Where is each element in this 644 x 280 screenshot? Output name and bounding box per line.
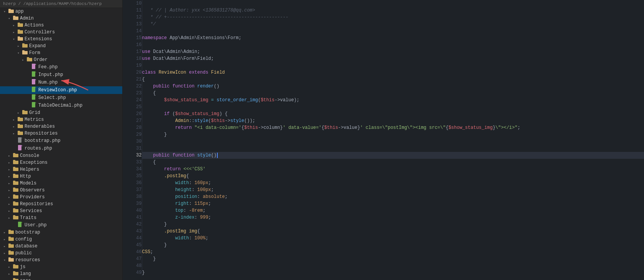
tree-item-label: lang <box>20 271 122 277</box>
code-line-16: 16 <box>123 41 644 48</box>
sidebar-item-input[interactable]: Input.php <box>0 71 122 79</box>
tree-arrow: ▸ <box>6 195 12 199</box>
sidebar-item-extensions[interactable]: ▾Extensions <box>0 36 122 43</box>
sidebar-item-bootstrap_php[interactable]: bootstrap.php <box>0 137 122 145</box>
sidebar-item-grid[interactable]: ▸Grid <box>0 109 122 116</box>
line-number: 14 <box>123 28 142 35</box>
sidebar-item-controllers[interactable]: ▸Controllers <box>0 29 122 36</box>
sidebar-item-fee[interactable]: Fee.php <box>0 63 122 71</box>
tree-item-icon <box>12 166 19 173</box>
sidebar-item-observers[interactable]: ▸Observers <box>0 187 122 194</box>
breadcrumb: hzerp / /Applications/MAMP/htdocs/hzerp <box>0 0 122 8</box>
svg-marker-27 <box>35 102 36 103</box>
sidebar-item-repositories2[interactable]: ▸Repositories <box>0 201 122 208</box>
line-content: * // +----------------------------------… <box>142 14 644 21</box>
sidebar-item-public[interactable]: ▸public <box>0 250 122 257</box>
sidebar-item-http[interactable]: ▸Http <box>0 173 122 180</box>
tree-item-icon <box>31 87 38 94</box>
sidebar-item-lang[interactable]: ▸lang <box>0 270 122 277</box>
sidebar-item-traits[interactable]: ▸Traits <box>0 214 122 221</box>
sidebar-item-form[interactable]: ▾Form <box>0 49 122 56</box>
sidebar-item-models[interactable]: ▸Models <box>0 180 122 187</box>
sidebar-item-metrics[interactable]: ▸Metrics <box>0 116 122 123</box>
svg-rect-50 <box>13 188 18 192</box>
code-line-18: 18use Dcat\Admin\Form\Field; <box>123 55 644 62</box>
svg-rect-47 <box>13 174 15 175</box>
tree-item-icon <box>12 194 19 200</box>
line-number: 19 <box>123 62 142 69</box>
sidebar-item-routes_php[interactable]: routes.php <box>0 145 122 152</box>
sidebar-item-console[interactable]: ▸Console <box>0 152 122 159</box>
code-line-29: 29 } <box>123 131 644 138</box>
sidebar-item-app[interactable]: ▾app <box>0 8 122 15</box>
line-number: 34 <box>123 166 142 173</box>
tree-item-label: Exceptions <box>20 160 122 165</box>
sidebar-item-helpers[interactable]: ▸Helpers <box>0 166 122 173</box>
sidebar-item-database[interactable]: ▸database <box>0 243 122 250</box>
line-number: 41 <box>123 214 142 221</box>
svg-rect-59 <box>13 215 15 216</box>
code-line-34: 34 return <<<'CSS' <box>123 166 644 173</box>
sidebar-item-resources[interactable]: ▾resources <box>0 257 122 264</box>
sidebar-item-reviewicon[interactable]: ReviewIcon.php <box>0 86 122 94</box>
file-tree[interactable]: hzerp / /Applications/MAMP/htdocs/hzerp … <box>0 0 123 280</box>
svg-rect-70 <box>8 258 14 262</box>
sidebar-item-tabledecimal[interactable]: TableDecimal.php <box>0 102 122 109</box>
svg-rect-69 <box>8 250 11 252</box>
line-number: 36 <box>123 180 142 186</box>
svg-marker-61 <box>21 222 23 223</box>
line-content <box>142 62 644 69</box>
sidebar-item-providers[interactable]: ▸Providers <box>0 194 122 201</box>
svg-rect-24 <box>32 94 35 100</box>
sidebar-item-user_php[interactable]: User.php <box>0 221 122 229</box>
tree-item-label: Controllers <box>25 30 122 35</box>
tree-item-label: Extensions <box>25 36 122 42</box>
svg-rect-6 <box>18 30 23 34</box>
sidebar-item-select[interactable]: Select.php <box>0 94 122 102</box>
code-line-13: 13 */ <box>123 21 644 28</box>
tree-item-icon <box>17 222 24 229</box>
sidebar-item-js[interactable]: ▸js <box>0 264 122 270</box>
sidebar-item-renderables[interactable]: ▸Renderables <box>0 123 122 130</box>
line-number: 10 <box>123 0 142 7</box>
tree-item-icon <box>12 173 19 180</box>
tree-item-icon <box>17 22 24 28</box>
code-line-35: 35 .postImg{ <box>123 173 644 180</box>
sidebar-item-repositories[interactable]: ▸Repositories <box>0 130 122 137</box>
svg-rect-72 <box>13 265 18 268</box>
line-number: 45 <box>123 242 142 249</box>
code-line-46: 46CSS; <box>123 249 644 255</box>
tree-item-icon <box>31 64 38 71</box>
line-content <box>142 138 644 145</box>
sidebar-item-config[interactable]: ▸config <box>0 236 122 243</box>
line-content: use Dcat\Admin\Admin; <box>142 48 644 55</box>
sidebar-item-actions[interactable]: ▸Actions <box>0 22 122 29</box>
sidebar-item-bootstrap[interactable]: ▸bootstrap <box>0 229 122 236</box>
code-line-44: 44 width: 100%; <box>123 235 644 242</box>
line-number: 25 <box>123 104 142 110</box>
line-content <box>142 262 644 269</box>
tree-item-icon <box>12 153 19 159</box>
line-number: 15 <box>123 35 142 41</box>
line-content: use Dcat\Admin\Form\Field; <box>142 55 644 62</box>
svg-rect-55 <box>13 201 15 203</box>
sidebar-item-services[interactable]: ▸Services <box>0 208 122 214</box>
line-number: 16 <box>123 41 142 48</box>
line-number: 38 <box>123 193 142 200</box>
code-editor[interactable]: 1011 * // | Author: yxx <1365831278@qq.c… <box>123 0 644 280</box>
line-content: width: 160px; <box>142 180 644 186</box>
sidebar-item-num[interactable]: Num.php <box>0 79 122 86</box>
line-number: 27 <box>123 117 142 124</box>
sidebar-item-order[interactable]: ▸Order <box>0 56 122 63</box>
sidebar-item-exceptions[interactable]: ▸Exceptions <box>0 159 122 166</box>
code-line-37: 37 height: 100px; <box>123 186 644 193</box>
line-number: 22 <box>123 83 142 90</box>
svg-rect-33 <box>18 124 20 125</box>
sidebar-item-admin[interactable]: ▾Admin <box>0 15 122 22</box>
svg-marker-19 <box>35 71 36 72</box>
sidebar-item-expand[interactable]: ▸Expand <box>0 43 122 49</box>
code-line-45: 45 } <box>123 242 644 249</box>
tree-arrow: ▸ <box>6 216 12 220</box>
sidebar-item-sass[interactable]: ▸sass <box>0 277 122 280</box>
tree-arrow: ▸ <box>2 237 8 242</box>
